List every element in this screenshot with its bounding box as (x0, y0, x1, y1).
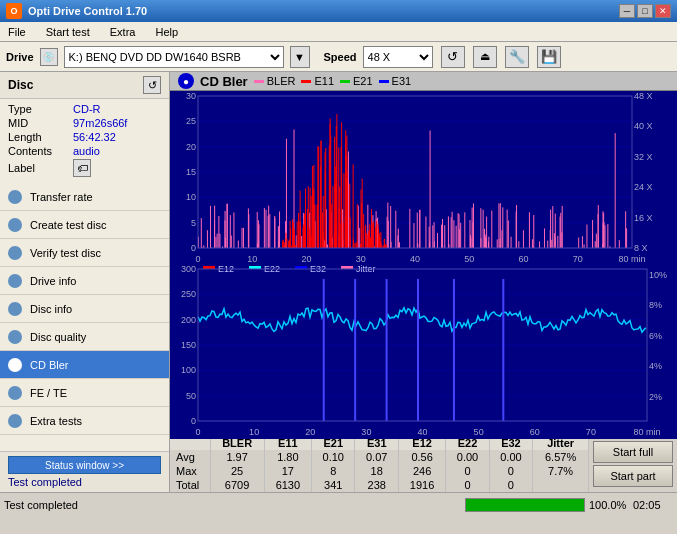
drive-label: Drive (6, 51, 34, 63)
nav-icon-drive (8, 274, 22, 288)
options-btn[interactable]: 🔧 (505, 46, 529, 68)
speed-select[interactable]: 48 X (363, 46, 433, 68)
nav-icon-disc (8, 302, 22, 316)
nav-icon-create (8, 218, 22, 232)
cd-icon: ● (178, 73, 194, 89)
type-key: Type (8, 103, 73, 115)
progress-fill (466, 499, 584, 511)
legend-dot-bler (254, 80, 264, 83)
disc-info: Type CD-R MID 97m26s66f Length 56:42.32 … (0, 99, 169, 183)
legend-e31: E31 (379, 75, 412, 87)
contents-val: audio (73, 145, 100, 157)
nav-create-test-disc[interactable]: Create test disc (0, 211, 169, 239)
content-area: Disc ↺ Type CD-R MID 97m26s66f Length 56… (0, 72, 677, 492)
disc-header: Disc ↺ (0, 72, 169, 99)
start-part-button[interactable]: Start part (593, 465, 673, 487)
mid-val: 97m26s66f (73, 117, 127, 129)
legend-e11: E11 (301, 75, 334, 87)
total-e32: 0 (489, 478, 532, 492)
legend-bler: BLER (254, 75, 296, 87)
stats-table: BLER E11 E21 E31 E12 E22 E32 Jitter Avg (170, 436, 589, 492)
disc-refresh-btn[interactable]: ↺ (143, 76, 161, 94)
disc-section-title: Disc (8, 78, 33, 92)
nav-cd-bler[interactable]: CD Bler (0, 351, 169, 379)
maximize-button[interactable]: □ (637, 4, 653, 18)
eject-btn[interactable]: ⏏ (473, 46, 497, 68)
chart-header: ● CD Bler BLER E11 E21 E31 (170, 72, 677, 91)
avg-jitter: 6.57% (533, 450, 589, 464)
avg-label: Avg (170, 450, 210, 464)
total-jitter (533, 478, 589, 492)
max-label: Max (170, 464, 210, 478)
menu-file[interactable]: File (4, 24, 30, 40)
nav-verify-test-disc[interactable]: Verify test disc (0, 239, 169, 267)
start-full-button[interactable]: Start full (593, 441, 673, 463)
nav-disc-info[interactable]: Disc info (0, 295, 169, 323)
label-key: Label (8, 162, 73, 174)
max-e11: 17 (264, 464, 311, 478)
nav-icon-verify (8, 246, 22, 260)
drive-arrow-btn[interactable]: ▼ (290, 46, 310, 68)
length-val: 56:42.32 (73, 131, 116, 143)
progress-bar (465, 498, 585, 512)
nav-fe-te[interactable]: FE / TE (0, 379, 169, 407)
menu-help[interactable]: Help (151, 24, 182, 40)
minimize-button[interactable]: ─ (619, 4, 635, 18)
nav-icon-quality (8, 330, 22, 344)
total-label: Total (170, 478, 210, 492)
avg-bler: 1.97 (210, 450, 264, 464)
speed-label: Speed (324, 51, 357, 63)
legend-dot-e11 (301, 80, 311, 83)
menu-extra[interactable]: Extra (106, 24, 140, 40)
label-icon-btn[interactable]: 🏷 (73, 159, 91, 177)
contents-key: Contents (8, 145, 73, 157)
drive-bar: Drive 💿 K:) BENQ DVD DD DW1640 BSRB ▼ Sp… (0, 42, 677, 72)
total-e21: 341 (312, 478, 355, 492)
app-title: Opti Drive Control 1.70 (28, 5, 147, 17)
max-bler: 25 (210, 464, 264, 478)
test-completed-text: Test completed (8, 476, 161, 488)
nav-drive-info[interactable]: Drive info (0, 267, 169, 295)
start-buttons: Start full Start part (589, 436, 677, 492)
progress-label: 100.0% (589, 499, 629, 511)
stats-and-buttons: BLER E11 E21 E31 E12 E22 E32 Jitter Avg (170, 435, 677, 492)
total-e11: 6130 (264, 478, 311, 492)
avg-e22: 0.00 (446, 450, 489, 464)
nav-transfer-rate[interactable]: Transfer rate (0, 183, 169, 211)
total-e31: 238 (355, 478, 398, 492)
max-e22: 0 (446, 464, 489, 478)
max-e31: 18 (355, 464, 398, 478)
nav-disc-quality[interactable]: Disc quality (0, 323, 169, 351)
nav-icon-extra (8, 414, 22, 428)
avg-e21: 0.10 (312, 450, 355, 464)
stats-section: BLER E11 E21 E31 E12 E22 E32 Jitter Avg (170, 436, 589, 492)
drive-icon: 💿 (40, 48, 58, 66)
close-button[interactable]: ✕ (655, 4, 671, 18)
total-bler: 6709 (210, 478, 264, 492)
nav-icon-fe (8, 386, 22, 400)
avg-e12: 0.56 (398, 450, 445, 464)
nav-extra-tests[interactable]: Extra tests (0, 407, 169, 435)
avg-e11: 1.80 (264, 450, 311, 464)
refresh-drive-btn[interactable]: ↺ (441, 46, 465, 68)
avg-e31: 0.07 (355, 450, 398, 464)
status-bar: Test completed 100.0% 02:05 (0, 492, 677, 516)
status-window-btn[interactable]: Status window >> (8, 456, 161, 474)
max-jitter: 7.7% (533, 464, 589, 478)
max-e32: 0 (489, 464, 532, 478)
save-btn[interactable]: 💾 (537, 46, 561, 68)
menu-start-test[interactable]: Start test (42, 24, 94, 40)
nav-items: Transfer rate Create test disc Verify te… (0, 183, 169, 451)
time-label: 02:05 (633, 499, 673, 511)
max-e21: 8 (312, 464, 355, 478)
total-e22: 0 (446, 478, 489, 492)
type-val: CD-R (73, 103, 101, 115)
mid-key: MID (8, 117, 73, 129)
sidebar: Disc ↺ Type CD-R MID 97m26s66f Length 56… (0, 72, 170, 492)
app-icon: O (6, 3, 22, 19)
drive-select[interactable]: K:) BENQ DVD DD DW1640 BSRB (64, 46, 284, 68)
max-e12: 246 (398, 464, 445, 478)
length-key: Length (8, 131, 73, 143)
stats-row-max: Max 25 17 8 18 246 0 0 7.7% (170, 464, 589, 478)
legend-dot-e21 (340, 80, 350, 83)
